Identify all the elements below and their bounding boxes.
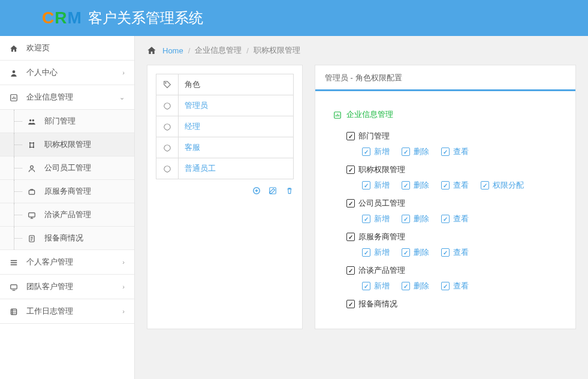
sidebar-subitem[interactable]: 公司员工管理 bbox=[0, 157, 134, 180]
chevron-icon: › bbox=[122, 258, 125, 266]
sidebar-subitem[interactable]: 部门管理 bbox=[0, 110, 134, 133]
svg-point-7 bbox=[33, 146, 34, 148]
permissions-panel: 管理员 - 角色权限配置 企业信息管理 部门管理新增删除查看职称权限管理新增删除… bbox=[315, 65, 576, 329]
sidebar-item[interactable]: 企业信息管理⌄ bbox=[0, 85, 134, 110]
chart-icon bbox=[333, 110, 342, 119]
action-checkbox[interactable]: 删除 bbox=[402, 146, 429, 157]
sidebar-item[interactable]: 个人中心› bbox=[0, 61, 134, 85]
permissions-title: 管理员 - 角色权限配置 bbox=[315, 65, 575, 91]
action-checkbox[interactable]: 删除 bbox=[402, 281, 429, 291]
perm-module: 公司员工管理新增删除查看 bbox=[346, 198, 557, 224]
module-label: 公司员工管理 bbox=[358, 198, 405, 209]
svg-point-14 bbox=[165, 83, 166, 83]
role-actions bbox=[156, 179, 294, 195]
logo-c: C bbox=[42, 8, 55, 27]
module-checkbox[interactable]: 原服务商管理 bbox=[346, 231, 405, 242]
nav-sub-icon bbox=[28, 116, 38, 126]
nav-icon bbox=[10, 43, 20, 53]
action-label: 删除 bbox=[414, 213, 429, 224]
nav-sub-label: 报备商情况 bbox=[44, 233, 83, 243]
roles-header-icon bbox=[156, 74, 179, 95]
action-checkbox[interactable]: 新增 bbox=[362, 247, 390, 258]
roles-panel: 角色 管理员经理客服普通员工 bbox=[147, 65, 303, 329]
perm-group-label: 企业信息管理 bbox=[346, 109, 393, 120]
sidebar-item[interactable]: 个人客户管理› bbox=[0, 250, 134, 275]
perm-module: 原服务商管理新增删除查看 bbox=[346, 231, 557, 258]
svg-point-3 bbox=[32, 119, 35, 122]
action-checkbox[interactable]: 删除 bbox=[402, 213, 429, 224]
action-checkbox[interactable]: 查看 bbox=[441, 146, 469, 157]
sidebar-subitem[interactable]: 原服务商管理 bbox=[0, 180, 134, 203]
action-checkbox[interactable]: 删除 bbox=[402, 180, 429, 191]
perm-module: 职称权限管理新增删除查看权限分配 bbox=[346, 164, 557, 191]
action-label: 查看 bbox=[453, 247, 469, 258]
perm-module: 洽谈产品管理新增删除查看 bbox=[346, 265, 557, 291]
app-logo: CRM bbox=[42, 8, 82, 28]
nav-sub-icon bbox=[28, 210, 38, 219]
nav-sub-label: 原服务商管理 bbox=[44, 186, 91, 197]
edit-role-button[interactable] bbox=[269, 185, 279, 194]
action-label: 新增 bbox=[374, 213, 390, 224]
nav-label: 个人客户管理 bbox=[26, 257, 73, 267]
action-label: 新增 bbox=[374, 180, 390, 191]
sidebar-item[interactable]: 团队客户管理› bbox=[0, 275, 134, 299]
chevron-icon: › bbox=[122, 308, 125, 315]
nav-sub-icon bbox=[28, 140, 38, 149]
leaf-icon bbox=[156, 137, 179, 158]
leaf-icon bbox=[156, 116, 179, 137]
nav-label: 欢迎页 bbox=[26, 43, 50, 53]
role-row: 客服 bbox=[156, 137, 294, 158]
action-label: 权限分配 bbox=[493, 180, 524, 191]
svg-point-8 bbox=[31, 166, 34, 169]
action-checkbox[interactable]: 查看 bbox=[441, 281, 469, 291]
action-label: 查看 bbox=[453, 213, 469, 224]
sidebar-subitem[interactable]: 职称权限管理 bbox=[0, 133, 134, 157]
action-checkbox[interactable]: 新增 bbox=[362, 281, 390, 291]
module-checkbox[interactable]: 公司员工管理 bbox=[346, 198, 405, 209]
action-checkbox[interactable]: 删除 bbox=[402, 247, 429, 258]
action-checkbox[interactable]: 新增 bbox=[362, 213, 390, 224]
sidebar-subitem[interactable]: 报备商情况 bbox=[0, 227, 134, 250]
sidebar-subitem[interactable]: 洽谈产品管理 bbox=[0, 203, 134, 227]
app-title: 客户关系管理系统 bbox=[88, 8, 203, 28]
role-link[interactable]: 客服 bbox=[185, 143, 200, 152]
action-checkbox[interactable]: 新增 bbox=[362, 146, 390, 157]
perm-title-role: 管理员 bbox=[325, 73, 348, 82]
module-label: 洽谈产品管理 bbox=[358, 265, 405, 276]
module-checkbox[interactable]: 洽谈产品管理 bbox=[346, 265, 405, 276]
nav-label: 个人中心 bbox=[26, 67, 58, 78]
delete-role-button[interactable] bbox=[285, 185, 294, 194]
action-checkbox[interactable]: 权限分配 bbox=[481, 180, 524, 191]
perm-module: 报备商情况 bbox=[346, 299, 557, 309]
nav-sub-label: 部门管理 bbox=[44, 116, 76, 127]
perm-title-suffix: - 角色权限配置 bbox=[348, 73, 402, 82]
nav-icon bbox=[10, 306, 20, 316]
action-label: 删除 bbox=[414, 180, 429, 191]
action-label: 删除 bbox=[414, 247, 429, 258]
action-checkbox[interactable]: 查看 bbox=[441, 247, 469, 258]
sidebar-item[interactable]: 欢迎页 bbox=[0, 36, 134, 61]
perm-module: 部门管理新增删除查看 bbox=[346, 131, 557, 157]
role-link[interactable]: 普通员工 bbox=[185, 164, 216, 173]
sidebar-item[interactable]: 工作日志管理› bbox=[0, 299, 134, 324]
action-label: 查看 bbox=[453, 281, 469, 291]
svg-rect-10 bbox=[29, 213, 35, 217]
breadcrumb-home[interactable]: Home bbox=[162, 46, 183, 55]
chevron-icon: › bbox=[122, 69, 125, 76]
action-checkbox[interactable]: 查看 bbox=[441, 180, 469, 191]
module-checkbox[interactable]: 报备商情况 bbox=[346, 299, 397, 309]
role-link[interactable]: 管理员 bbox=[185, 101, 208, 110]
nav-label: 团队客户管理 bbox=[26, 281, 73, 292]
module-label: 报备商情况 bbox=[358, 299, 397, 309]
nav-icon bbox=[10, 92, 20, 102]
action-checkbox[interactable]: 新增 bbox=[362, 180, 390, 191]
sidebar: 欢迎页个人中心›企业信息管理⌄部门管理职称权限管理公司员工管理原服务商管理洽谈产… bbox=[0, 36, 135, 379]
module-checkbox[interactable]: 职称权限管理 bbox=[346, 164, 405, 175]
role-link[interactable]: 经理 bbox=[185, 122, 200, 131]
svg-point-4 bbox=[29, 142, 31, 143]
action-label: 查看 bbox=[453, 180, 469, 191]
module-checkbox[interactable]: 部门管理 bbox=[346, 131, 390, 142]
roles-table: 角色 管理员经理客服普通员工 bbox=[156, 74, 294, 179]
add-role-button[interactable] bbox=[252, 185, 263, 194]
action-checkbox[interactable]: 查看 bbox=[441, 213, 469, 224]
